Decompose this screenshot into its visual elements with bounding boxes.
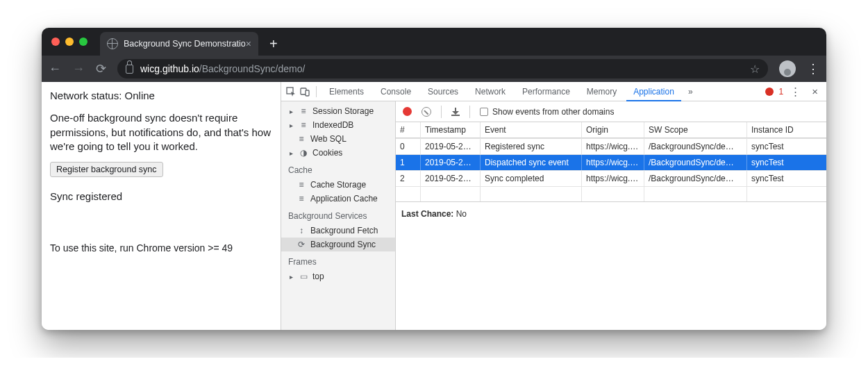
devtools-menu-icon[interactable]: ⋮ xyxy=(790,85,801,98)
tab-application[interactable]: Application xyxy=(626,82,681,101)
register-sync-button[interactable]: Register background sync xyxy=(50,162,163,177)
window-controls xyxy=(51,28,87,56)
col-timestamp[interactable]: Timestamp xyxy=(421,122,481,138)
device-toggle-icon[interactable] xyxy=(299,86,310,97)
new-tab-button[interactable]: + xyxy=(258,32,289,56)
sidebar-item-session-storage[interactable]: ≡Session Storage xyxy=(281,104,395,118)
error-count[interactable]: 11 xyxy=(765,87,784,97)
bookmark-star-icon[interactable]: ☆ xyxy=(750,63,760,76)
page-content: Network status: Online One-off backgroun… xyxy=(42,82,281,330)
detail-value: No xyxy=(456,209,467,219)
panel-toolbar: Show events from other domains xyxy=(396,101,826,122)
table-row[interactable] xyxy=(396,186,826,201)
tab-console[interactable]: Console xyxy=(374,82,418,101)
browser-toolbar: ← → ⟳ wicg.github.io/BackgroundSync/demo… xyxy=(42,56,826,82)
table-row[interactable]: 2 2019-05-2… Sync completed https://wicg… xyxy=(396,170,826,186)
address-bar[interactable]: wicg.github.io/BackgroundSync/demo/ ☆ xyxy=(117,59,768,78)
devtools-tabstrip: Elements Console Sources Network Perform… xyxy=(281,82,826,101)
browser-menu-icon[interactable]: ⋮ xyxy=(807,61,819,76)
col-swscope[interactable]: SW Scope xyxy=(644,122,747,138)
show-other-domains-checkbox[interactable]: Show events from other domains xyxy=(480,107,614,117)
forward-button[interactable]: → xyxy=(72,62,85,76)
cookie-icon: ◑ xyxy=(299,148,308,158)
tab-sources[interactable]: Sources xyxy=(421,82,465,101)
profile-avatar-icon[interactable] xyxy=(779,60,796,77)
sidebar-cat-cache: Cache xyxy=(281,160,395,178)
sync-icon: ⟳ xyxy=(297,240,306,249)
sidebar-cat-frames: Frames xyxy=(281,251,395,269)
globe-icon xyxy=(107,38,118,49)
close-tab-icon[interactable]: × xyxy=(246,38,251,49)
minimize-window-icon[interactable] xyxy=(65,38,74,46)
sidebar-item-cookies[interactable]: ◑Cookies xyxy=(281,146,395,160)
tab-performance[interactable]: Performance xyxy=(515,82,577,101)
devtools-close-icon[interactable]: × xyxy=(812,85,818,97)
storage-icon: ≡ xyxy=(297,194,306,204)
background-sync-panel: Show events from other domains # Timesta… xyxy=(396,101,826,330)
close-window-icon[interactable] xyxy=(51,38,60,46)
tab-elements[interactable]: Elements xyxy=(322,82,371,101)
col-event[interactable]: Event xyxy=(481,122,582,138)
sidebar-item-cache-storage[interactable]: ≡Cache Storage xyxy=(281,178,395,192)
detail-label: Last Chance: xyxy=(401,209,453,219)
reload-button[interactable]: ⟳ xyxy=(96,61,106,76)
event-details: Last Chance: No xyxy=(396,202,826,226)
network-status: Network status: Online xyxy=(50,89,272,103)
table-row[interactable]: 0 2019-05-2… Registered sync https://wic… xyxy=(396,138,826,154)
sidebar-cat-background: Background Services xyxy=(281,206,395,224)
lock-icon xyxy=(126,65,133,74)
sidebar-item-application-cache[interactable]: ≡Application Cache xyxy=(281,192,395,206)
tab-memory[interactable]: Memory xyxy=(580,82,624,101)
maximize-window-icon[interactable] xyxy=(79,38,87,46)
titlebar: Background Sync Demonstratio × + xyxy=(42,28,826,56)
fetch-icon: ↕ xyxy=(297,226,306,235)
sidebar-item-background-sync[interactable]: ⟳Background Sync xyxy=(281,238,395,251)
sync-status: Sync registered xyxy=(50,190,272,204)
col-instanceid[interactable]: Instance ID xyxy=(747,122,826,138)
requirement-note: To use this site, run Chrome version >= … xyxy=(50,242,272,255)
back-button[interactable]: ← xyxy=(49,62,61,76)
sidebar-item-websql[interactable]: ≡Web SQL xyxy=(281,132,395,146)
events-table: # Timestamp Event Origin SW Scope Instan… xyxy=(396,122,826,202)
storage-icon: ≡ xyxy=(299,106,308,116)
browser-window: Background Sync Demonstratio × + ← → ⟳ w… xyxy=(42,28,826,330)
sidebar-item-indexeddb[interactable]: ≡IndexedDB xyxy=(281,118,395,132)
col-origin[interactable]: Origin xyxy=(582,122,644,138)
download-button[interactable] xyxy=(451,108,460,116)
url-path: /BackgroundSync/demo/ xyxy=(199,63,306,74)
database-icon: ≡ xyxy=(299,120,308,130)
sidebar-item-frame-top[interactable]: ▭top xyxy=(281,269,395,283)
table-header: # Timestamp Event Origin SW Scope Instan… xyxy=(396,122,826,138)
more-tabs-icon[interactable]: » xyxy=(684,87,697,97)
url-host: wicg.github.io xyxy=(140,63,199,74)
frame-icon: ▭ xyxy=(299,272,308,281)
devtools-panel: Elements Console Sources Network Perform… xyxy=(281,82,826,330)
sidebar-item-background-fetch[interactable]: ↕Background Fetch xyxy=(281,224,395,238)
database-icon: ≡ xyxy=(297,134,306,144)
table-row[interactable]: 1 2019-05-2… Dispatched sync event https… xyxy=(396,154,826,170)
record-button[interactable] xyxy=(403,107,412,116)
application-sidebar: ≡Session Storage ≡IndexedDB ≡Web SQL ◑Co… xyxy=(281,101,396,330)
element-picker-icon[interactable] xyxy=(285,86,297,97)
tab-network[interactable]: Network xyxy=(468,82,512,101)
storage-icon: ≡ xyxy=(297,180,306,190)
col-index[interactable]: # xyxy=(396,122,421,138)
browser-tab[interactable]: Background Sync Demonstratio × xyxy=(100,32,258,56)
page-blurb: One-off background sync doesn't require … xyxy=(50,111,272,153)
checkbox-icon xyxy=(480,108,488,116)
tab-title: Background Sync Demonstratio xyxy=(124,39,246,49)
clear-button[interactable] xyxy=(422,107,431,117)
svg-rect-2 xyxy=(306,90,309,96)
